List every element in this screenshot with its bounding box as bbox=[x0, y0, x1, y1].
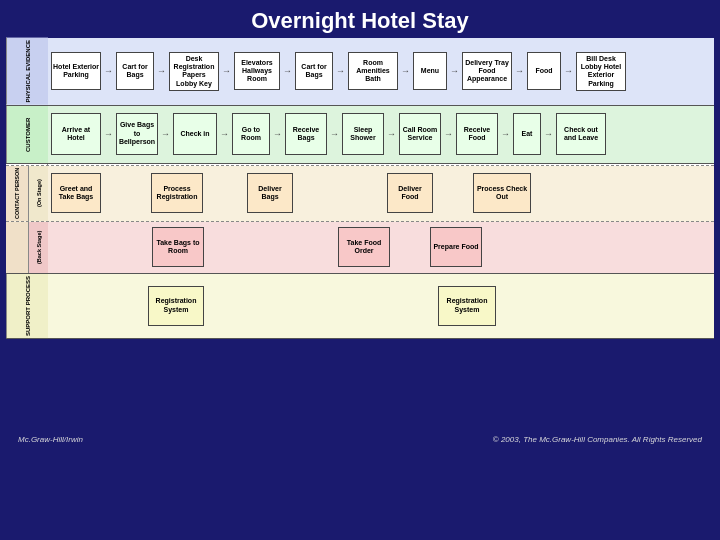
physical-evidence-row: PHYSICAL EVIDENCE Hotel Exterior Parking… bbox=[6, 38, 714, 106]
contact-on-stage-sublabel: (On Stage) bbox=[28, 166, 48, 221]
support-label: SUPPORT PROCESS bbox=[6, 274, 48, 338]
customer-row: CUSTOMER Arrive at Hotel → Give Bags to … bbox=[6, 106, 714, 164]
footer-right: © 2003, The Mc.Graw-Hill Companies. All … bbox=[493, 435, 702, 444]
contact-back-stage-row: (Back Stage) Take Bags to Room Take Food… bbox=[6, 222, 714, 274]
support-process-row: SUPPORT PROCESS Registration System Regi… bbox=[6, 274, 714, 339]
footer-left: Mc.Graw-Hill/Irwin bbox=[18, 435, 83, 444]
footer: Mc.Graw-Hill/Irwin © 2003, The Mc.Graw-H… bbox=[6, 339, 714, 540]
customer-label: CUSTOMER bbox=[6, 106, 48, 163]
page-title: Overnight Hotel Stay bbox=[0, 0, 720, 38]
contact-on-stage-row: CONTACT PERSON (On Stage) Greet and Take… bbox=[6, 166, 714, 222]
contact-back-stage-sublabel: (Back Stage) bbox=[28, 222, 48, 273]
physical-label: PHYSICAL EVIDENCE bbox=[6, 38, 48, 105]
contact-on-label: CONTACT PERSON bbox=[6, 166, 28, 221]
